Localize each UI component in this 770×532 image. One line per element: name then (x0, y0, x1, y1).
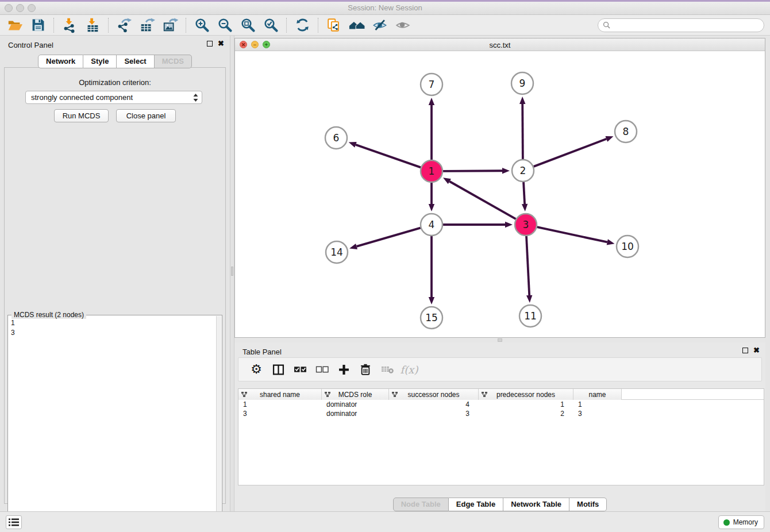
tab-motifs[interactable]: Motifs (569, 498, 607, 511)
refresh-button[interactable] (291, 16, 314, 34)
column-header-MCDS-role[interactable]: MCDS role (322, 389, 389, 400)
run-mcds-button[interactable]: Run MCDS (54, 109, 109, 122)
delete-row-button[interactable] (355, 360, 376, 379)
node-label-6: 6 (333, 132, 340, 144)
node-table[interactable]: shared nameMCDS rolesuccessor nodesprede… (238, 388, 764, 485)
tab-node-table[interactable]: Node Table (393, 498, 449, 511)
float-panel-icon[interactable] (742, 348, 748, 353)
edge-2-8[interactable] (534, 139, 607, 167)
tab-network[interactable]: Network (38, 55, 83, 68)
edge-4-14[interactable] (357, 228, 421, 246)
select-all-columns-button[interactable] (289, 360, 311, 379)
export-network-icon (116, 17, 132, 33)
result-scrollbar[interactable] (216, 316, 221, 532)
column-header-shared-name[interactable]: shared name (238, 389, 322, 400)
edge-3-1[interactable] (449, 182, 515, 219)
status-bar: Memory (0, 511, 770, 532)
close-panel-icon[interactable]: ✖ (753, 348, 760, 353)
delete-table-icon (381, 365, 394, 374)
edge-2-3[interactable] (523, 182, 525, 204)
import-network-button[interactable] (58, 16, 81, 34)
cell: dominator (322, 409, 389, 418)
zoom-in-button[interactable] (190, 16, 213, 34)
memory-button[interactable]: Memory (718, 515, 764, 529)
checked-boxes-icon (294, 365, 307, 373)
memory-label: Memory (733, 518, 758, 526)
plus-icon (338, 364, 349, 375)
table-row[interactable]: 1dominator411 (238, 400, 764, 409)
open-session-button[interactable] (3, 16, 26, 34)
column-header-successor-nodes[interactable]: successor nodes (389, 389, 479, 400)
zoom-selected-button[interactable] (259, 16, 282, 34)
deselect-all-columns-button[interactable] (311, 360, 333, 379)
cell: 1 (573, 400, 622, 409)
zoom-out-button[interactable] (213, 16, 236, 34)
table-settings-button[interactable]: ⚙ (245, 360, 267, 379)
close-panel-button[interactable]: Close panel (116, 109, 176, 122)
node-label-7: 7 (429, 79, 435, 90)
close-panel-icon[interactable]: ✖ (218, 41, 224, 47)
node-label-9: 9 (519, 78, 526, 89)
add-row-button[interactable] (333, 360, 355, 379)
edge-1-2[interactable] (443, 171, 502, 171)
cell: 3 (238, 409, 322, 418)
copy-network-button[interactable] (322, 16, 345, 34)
refresh-icon (295, 17, 310, 33)
column-header-predecessor-nodes[interactable]: predecessor nodes (479, 389, 573, 400)
tab-edge-table[interactable]: Edge Table (449, 498, 503, 511)
arrowhead (443, 178, 451, 184)
show-all-button[interactable] (391, 16, 414, 34)
export-network-button[interactable] (113, 16, 136, 34)
splitter-handle[interactable] (231, 267, 233, 276)
gear-icon: ⚙ (251, 363, 262, 376)
edge-3-10[interactable] (537, 227, 607, 242)
horizontal-splitter[interactable] (234, 338, 765, 342)
home-button[interactable] (345, 16, 368, 34)
control-panel-tabs: NetworkStyleSelectMCDS (0, 55, 230, 68)
hide-selected-button[interactable] (368, 16, 391, 34)
delete-table-button (376, 360, 398, 379)
tab-mcds[interactable]: MCDS (155, 55, 192, 68)
import-table-button[interactable] (81, 16, 104, 34)
cell: 3 (389, 409, 479, 418)
table-row[interactable]: 3dominator323 (238, 409, 764, 418)
vertical-splitter[interactable] (230, 36, 234, 511)
network-graph-canvas[interactable]: 1234678910111415 (235, 51, 765, 337)
main-toolbar (0, 15, 770, 36)
home-icon (348, 17, 365, 33)
export-table-button[interactable] (136, 16, 159, 34)
export-image-button[interactable] (159, 16, 182, 34)
import-table-icon (84, 17, 101, 33)
edge-3-11[interactable] (526, 236, 529, 295)
mcds-result-lines: 13 (8, 317, 215, 338)
save-session-button[interactable] (26, 16, 49, 34)
table-toolbar: ⚙ (238, 357, 762, 381)
tab-network-table[interactable]: Network Table (503, 498, 569, 511)
splitter-handle[interactable] (498, 338, 502, 342)
session-title: Session: New Session (0, 3, 770, 12)
cell: dominator (322, 400, 389, 409)
edge-1-6[interactable] (356, 145, 421, 168)
criterion-dropdown[interactable]: strongly connected component (25, 91, 202, 104)
mcds-pane: Optimization criterion: strongly connect… (4, 67, 226, 504)
search-box[interactable] (598, 18, 764, 32)
criterion-value: strongly connected component (31, 93, 193, 102)
optimization-criterion-label: Optimization criterion: (5, 78, 225, 87)
search-input[interactable] (613, 21, 759, 29)
float-panel-icon[interactable] (207, 41, 213, 47)
trash-icon (360, 364, 371, 376)
cell: 4 (389, 400, 479, 409)
tab-style[interactable]: Style (83, 55, 117, 68)
open-folder-icon (7, 17, 23, 33)
edge-2-9[interactable] (522, 104, 523, 159)
arrowhead (605, 136, 613, 142)
column-header-name[interactable]: name (573, 389, 622, 400)
table-panel-title: Table Panel (242, 348, 282, 356)
list-icon (8, 518, 20, 527)
zoom-fit-button[interactable] (236, 16, 259, 34)
show-columns-button[interactable] (267, 360, 289, 379)
task-history-button[interactable] (6, 515, 22, 529)
tab-select[interactable]: Select (117, 55, 154, 68)
arrowhead (519, 97, 525, 104)
node-label-4: 4 (429, 219, 435, 230)
